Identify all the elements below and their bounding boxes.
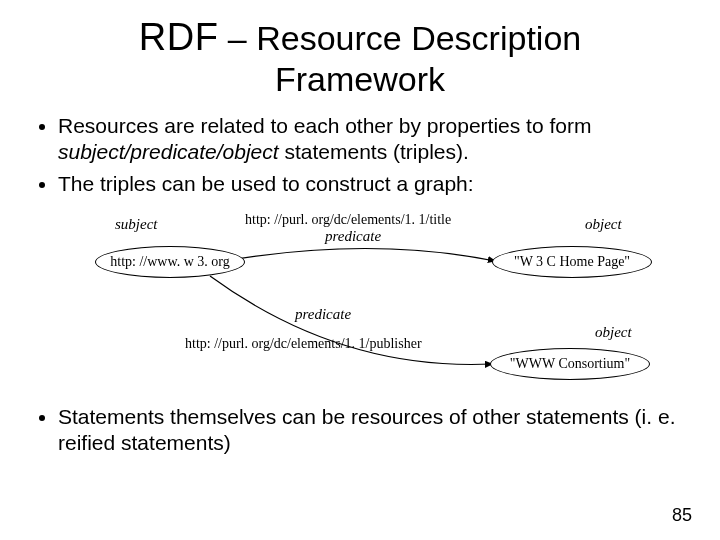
object1-label: object (585, 216, 622, 233)
bullet-italic: subject/predicate/object (58, 140, 279, 163)
object2-node-text: "WWW Consortium" (510, 356, 630, 372)
predicate1-url: http: //purl. org/dc/elements/1. 1/title (245, 212, 451, 228)
title-rest-line1: – Resource Description (218, 19, 581, 57)
subject-node-text: http: //www. w 3. org (110, 254, 229, 270)
bullet-text: The triples can be used to construct a g… (58, 172, 474, 195)
title-line2: Framework (275, 60, 445, 98)
bullet-text: statements (triples). (279, 140, 469, 163)
bullet-item: Statements themselves can be resources o… (58, 404, 680, 457)
slide: RDF – Resource Description Framework Res… (0, 0, 720, 540)
predicate2-label: predicate (295, 306, 351, 323)
rdf-diagram: subject http: //www. w 3. org http: //pu… (40, 206, 680, 396)
slide-title: RDF – Resource Description Framework (40, 16, 680, 99)
object1-node-text: "W 3 C Home Page" (514, 254, 630, 270)
bullet-text: Resources are related to each other by p… (58, 114, 591, 137)
object2-label: object (595, 324, 632, 341)
bullet-list-bottom: Statements themselves can be resources o… (40, 404, 680, 457)
predicate1-label: predicate (325, 228, 381, 245)
predicate2-url: http: //purl. org/dc/elements/1. 1/publi… (185, 336, 422, 352)
bullet-text: Statements themselves can be resources o… (58, 405, 675, 454)
subject-node: http: //www. w 3. org (95, 246, 245, 278)
page-number: 85 (672, 505, 692, 526)
bullet-list-top: Resources are related to each other by p… (40, 113, 680, 198)
bullet-item: Resources are related to each other by p… (58, 113, 680, 166)
subject-label: subject (115, 216, 158, 233)
object2-node: "WWW Consortium" (490, 348, 650, 380)
object1-node: "W 3 C Home Page" (492, 246, 652, 278)
title-acronym: RDF (139, 16, 219, 58)
bullet-item: The triples can be used to construct a g… (58, 171, 680, 197)
